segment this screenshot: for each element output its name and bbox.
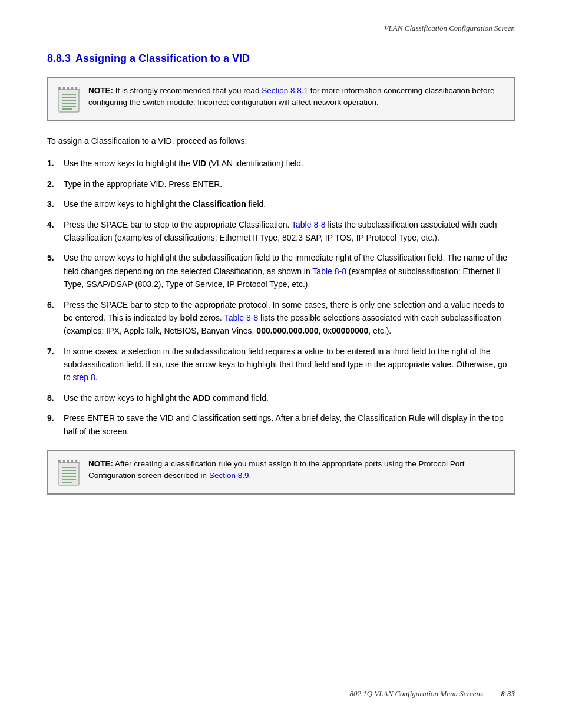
- note-box-1: NOTE: It is strongly recommended that yo…: [47, 77, 515, 121]
- steps-list: 1. Use the arrow keys to highlight the V…: [47, 157, 515, 438]
- svg-point-3: [65, 87, 67, 90]
- step-1-content: Use the arrow keys to highlight the VID …: [64, 157, 515, 170]
- step-5-content: Use the arrow keys to highlight the subc…: [64, 251, 515, 291]
- section-title: Assigning a Classification to a VID: [75, 52, 250, 65]
- step-2: 2. Type in the appropriate VID. Press EN…: [47, 177, 515, 190]
- header-divider: [47, 38, 515, 38]
- step-5-num: 5.: [47, 251, 64, 264]
- note-label-1: NOTE:: [88, 86, 113, 95]
- svg-point-6: [77, 87, 80, 90]
- step-3-bold: Classification: [193, 199, 246, 209]
- step-3: 3. Use the arrow keys to highlight the C…: [47, 197, 515, 210]
- svg-point-16: [65, 460, 67, 463]
- notepad-icon-1: [58, 85, 80, 113]
- step-8-content: Use the arrow keys to highlight the ADD …: [64, 391, 515, 404]
- step-6: 6. Press the SPACE bar to step to the ap…: [47, 298, 515, 338]
- step-4-content: Press the SPACE bar to step to the appro…: [64, 218, 515, 245]
- step-6-link[interactable]: Table 8-8: [224, 313, 259, 322]
- step-1-bold: VID: [193, 159, 206, 168]
- page-container: VLAN Classification Configuration Screen…: [0, 0, 562, 728]
- step-2-num: 2.: [47, 177, 64, 190]
- step-3-num: 3.: [47, 197, 64, 210]
- step-1: 1. Use the arrow keys to highlight the V…: [47, 157, 515, 170]
- step-8-bold: ADD: [193, 393, 210, 403]
- note2-link[interactable]: Section 8.9: [209, 471, 249, 480]
- step-6-bold2: 000.000.000.000: [256, 326, 318, 335]
- header-title: VLAN Classification Configuration Screen: [384, 24, 515, 33]
- svg-point-2: [61, 87, 63, 90]
- step-4-link[interactable]: Table 8-8: [292, 220, 326, 229]
- notepad-icon-2: [58, 458, 80, 486]
- svg-point-5: [73, 87, 75, 90]
- note2-text2: .: [249, 471, 251, 480]
- step-7-content: In some cases, a selection in the subcla…: [64, 345, 515, 384]
- svg-point-18: [73, 460, 75, 463]
- section-number: 8.8.3: [47, 52, 71, 65]
- step-9: 9. Press ENTER to save the VID and Class…: [47, 411, 515, 438]
- svg-point-19: [77, 460, 80, 463]
- intro-paragraph: To assign a Classification to a VID, pro…: [47, 134, 515, 147]
- step-1-num: 1.: [47, 157, 64, 170]
- step-8: 8. Use the arrow keys to highlight the A…: [47, 391, 515, 404]
- footer-page: 8-33: [501, 689, 515, 699]
- svg-point-4: [69, 87, 71, 90]
- footer-left: 802.1Q VLAN Configuration Menu Screens: [350, 689, 484, 699]
- page-header: VLAN Classification Configuration Screen: [47, 24, 515, 33]
- step-6-num: 6.: [47, 298, 64, 311]
- step-8-num: 8.: [47, 391, 64, 404]
- step-5: 5. Use the arrow keys to highlight the s…: [47, 251, 515, 291]
- note-label-2: NOTE:: [88, 459, 113, 468]
- step-3-content: Use the arrow keys to highlight the Clas…: [64, 197, 515, 210]
- section-heading: 8.8.3 Assigning a Classification to a VI…: [47, 52, 515, 65]
- note-text-2: NOTE: After creating a classification ru…: [88, 458, 504, 482]
- step-6-bold3: 00000000: [332, 326, 368, 335]
- note-box-2: NOTE: After creating a classification ru…: [47, 450, 515, 495]
- step-7-link[interactable]: step 8: [73, 373, 95, 382]
- note1-link[interactable]: Section 8.8.1: [262, 86, 308, 95]
- step-7-num: 7.: [47, 345, 64, 358]
- note2-text: After creating a classification rule you…: [88, 459, 465, 480]
- step-4: 4. Press the SPACE bar to step to the ap…: [47, 218, 515, 245]
- step-6-content: Press the SPACE bar to step to the appro…: [64, 298, 515, 338]
- page-footer: 802.1Q VLAN Configuration Menu Screens 8…: [47, 684, 515, 699]
- svg-point-15: [61, 460, 63, 463]
- step-5-link[interactable]: Table 8-8: [312, 266, 346, 276]
- step-7: 7. In some cases, a selection in the sub…: [47, 345, 515, 384]
- step-6-bold: bold: [180, 313, 197, 322]
- step-2-content: Type in the appropriate VID. Press ENTER…: [64, 177, 515, 190]
- svg-point-17: [69, 460, 71, 463]
- footer-text: 802.1Q VLAN Configuration Menu Screens 8…: [350, 689, 515, 699]
- note1-text: It is strongly recommended that you read: [115, 86, 262, 95]
- note-text-1: NOTE: It is strongly recommended that yo…: [88, 85, 504, 109]
- step-9-content: Press ENTER to save the VID and Classifi…: [64, 411, 515, 438]
- step-4-num: 4.: [47, 218, 64, 231]
- step-9-num: 9.: [47, 411, 64, 424]
